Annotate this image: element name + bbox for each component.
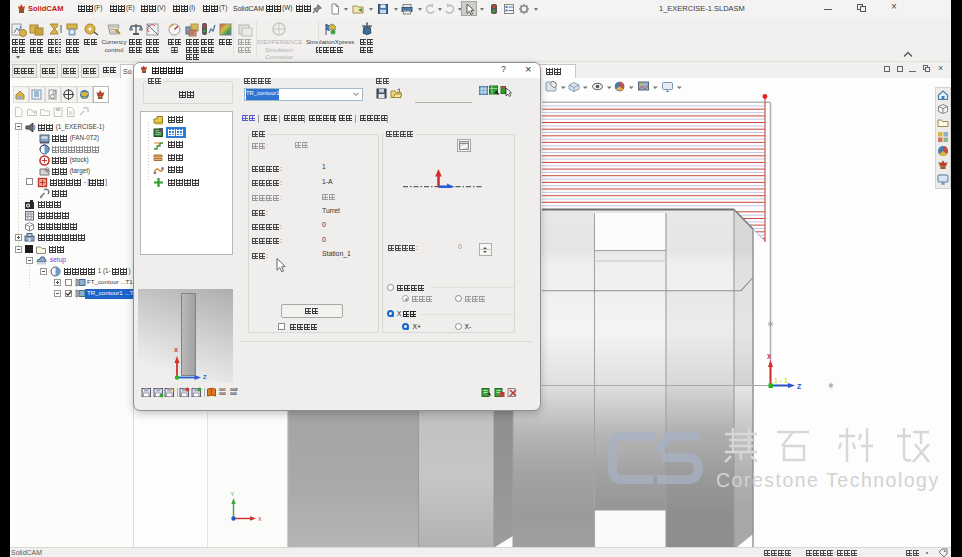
svg-text:Z: Z — [797, 383, 802, 390]
svg-text:1 - 1: 1 - 1 — [774, 377, 788, 384]
svg-text:X: X — [258, 516, 262, 522]
svg-text:Corestone Technology: Corestone Technology — [716, 469, 940, 491]
svg-text:Y: Y — [231, 491, 235, 497]
svg-text:X: X — [767, 353, 772, 360]
